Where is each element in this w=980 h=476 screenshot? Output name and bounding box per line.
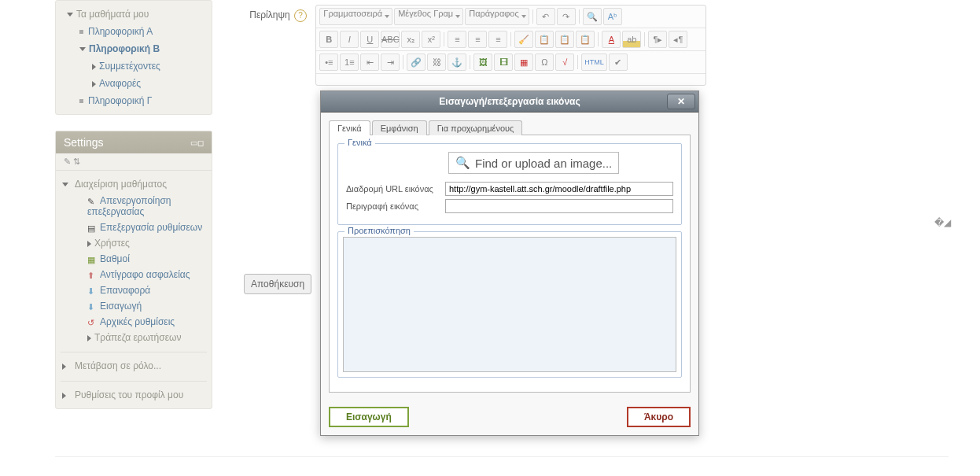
align-left-icon[interactable]: ≡: [448, 31, 466, 48]
record-icon[interactable]: ▦: [514, 54, 533, 71]
settings-edit-off[interactable]: ✎Απενεργοποίηση επεξεργασίας: [61, 193, 207, 220]
restore-icon: ⬇: [87, 286, 97, 296]
outdent-icon[interactable]: ⇤: [360, 54, 379, 71]
settings-extra-0: Μετάβαση σε ρόλο...: [75, 360, 161, 371]
settings-root[interactable]: Διαχείριση μαθήματος: [61, 175, 207, 193]
settings-toolbar[interactable]: ✎ ⇅: [56, 153, 212, 171]
dialog-title-bar[interactable]: Εισαγωγή/επεξεργασία εικόνας ✕: [321, 91, 698, 113]
settings-qbank[interactable]: Τράπεζα ερωτήσεων: [61, 330, 207, 345]
omega-icon[interactable]: Ω: [535, 54, 554, 71]
find-icon[interactable]: 🔍: [583, 8, 602, 25]
underline-icon[interactable]: U: [360, 31, 379, 48]
insert-button[interactable]: Εισαγωγή: [329, 407, 409, 427]
close-icon[interactable]: ✕: [667, 94, 695, 109]
desc-label: Περιγραφή εικόνας: [346, 201, 445, 211]
settings-collapse-icon[interactable]: ▭◻: [190, 138, 204, 147]
cancel-button[interactable]: Άκυρο: [627, 407, 691, 427]
tab-advanced[interactable]: Για προχωρημένους: [429, 120, 523, 135]
desc-input[interactable]: [445, 199, 673, 213]
settings-block: Settings ▭◻ ✎ ⇅ Διαχείριση μαθήματος ✎Απ…: [55, 131, 212, 409]
settings-item-6: Εισαγωγή: [100, 301, 142, 312]
nav-course-c-label: Πληροφορική Γ: [88, 95, 152, 106]
toolbar-font-select[interactable]: Γραμματοσειρά: [319, 8, 392, 25]
nav-reports-label: Αναφορές: [99, 78, 141, 89]
caret-down-icon: [62, 183, 68, 186]
settings-item-4: Αντίγραφο ασφαλείας: [100, 269, 190, 280]
clean-icon[interactable]: 🧹: [514, 31, 533, 48]
redo-icon[interactable]: ↷: [557, 8, 576, 25]
import-icon: ⬇: [87, 302, 97, 312]
indent-icon[interactable]: ⇥: [381, 54, 400, 71]
editor-content[interactable]: [316, 74, 706, 85]
align-right-icon[interactable]: ≡: [488, 31, 507, 48]
paste-icon[interactable]: 📋: [535, 31, 554, 48]
nav-course-b[interactable]: Πληροφορική Β: [59, 40, 208, 57]
find-upload-button[interactable]: 🔍 Find or upload an image...: [448, 152, 619, 174]
navigation-block: Τα μαθήματά μου Πληροφορική Α Πληροφορικ…: [55, 0, 212, 115]
bg-color-icon[interactable]: ab: [622, 31, 641, 48]
settings-reset[interactable]: ↺Αρχικές ρυθμίσεις: [61, 314, 207, 330]
url-input[interactable]: [445, 182, 673, 196]
backup-icon: ⬆: [87, 271, 97, 280]
rtl-icon[interactable]: ◂¶: [669, 31, 687, 48]
nav-participants[interactable]: Συμμετέχοντες: [59, 57, 208, 75]
edit-icon: ✎: [87, 197, 97, 206]
settings-restore[interactable]: ⬇Επαναφορά: [61, 282, 207, 298]
image-dialog: Εισαγωγή/επεξεργασία εικόνας ✕ Γενικά Εμ…: [320, 90, 699, 436]
settings-switch-role[interactable]: Μετάβαση σε ρόλο...: [61, 352, 207, 375]
settings-profile[interactable]: Ρυθμίσεις του προφίλ μου: [61, 381, 207, 404]
align-center-icon[interactable]: ≡: [468, 31, 487, 48]
nav-course-b-label: Πληροφορική Β: [89, 43, 160, 54]
rich-text-editor: Γραμματοσειρά Μέγεθος Γραμ Παράγραφος ↶ …: [315, 5, 706, 86]
text-color-icon[interactable]: A: [602, 31, 621, 48]
preview-pane[interactable]: [343, 237, 676, 372]
undo-icon[interactable]: ↶: [536, 8, 555, 25]
replace-icon[interactable]: Aᵇ: [603, 8, 622, 25]
superscript-icon[interactable]: x²: [422, 31, 440, 48]
nav-my-courses[interactable]: Τα μαθήματά μου: [59, 6, 208, 23]
ul-icon[interactable]: •≡: [319, 54, 338, 71]
bullet-icon: [79, 30, 83, 34]
settings-import[interactable]: ⬇Εισαγωγή: [61, 298, 207, 314]
ltr-icon[interactable]: ¶▸: [648, 31, 667, 48]
nav-participants-label: Συμμετέχοντες: [99, 61, 160, 72]
toolbar-size-select[interactable]: Μέγεθος Γραμ: [394, 8, 463, 25]
tab-appearance[interactable]: Εμφάνιση: [372, 120, 427, 135]
caret-right-icon: [92, 64, 96, 70]
resize-icon[interactable]: �◢: [934, 217, 949, 231]
caret-right-icon: [62, 393, 66, 399]
settings-edit-settings[interactable]: ▤Επεξεργασία ρυθμίσεων: [61, 220, 207, 235]
link-icon[interactable]: 🔗: [407, 54, 426, 71]
doc-icon: ▤: [87, 223, 97, 233]
caret-down-icon: [67, 13, 73, 17]
subscript-icon[interactable]: x₂: [401, 31, 420, 48]
settings-item-3: Βαθμοί: [100, 253, 130, 264]
unlink-icon[interactable]: ⛓: [427, 54, 446, 71]
grades-icon: ▦: [87, 255, 97, 264]
anchor-icon[interactable]: ⚓: [448, 54, 466, 71]
image-icon[interactable]: 🖼: [473, 54, 492, 71]
paste-word-icon[interactable]: 📋: [555, 31, 574, 48]
help-icon[interactable]: ?: [294, 9, 307, 22]
spell-icon[interactable]: ✔: [609, 54, 628, 71]
nav-reports[interactable]: Αναφορές: [59, 75, 208, 92]
paste-text-icon[interactable]: 📋: [576, 31, 595, 48]
settings-users[interactable]: Χρήστες: [61, 235, 207, 251]
media-icon[interactable]: 🎞: [494, 54, 513, 71]
nav-course-c[interactable]: Πληροφορική Γ: [59, 92, 208, 109]
settings-item-7: Αρχικές ρυθμίσεις: [100, 316, 175, 327]
legend-general: Γενικά: [344, 138, 375, 147]
italic-icon[interactable]: I: [340, 31, 359, 48]
ol-icon[interactable]: 1≡: [340, 54, 359, 71]
tab-general[interactable]: Γενικά: [329, 120, 370, 135]
toolbar-format-select[interactable]: Παράγραφος: [465, 8, 529, 25]
html-icon[interactable]: HTML: [581, 54, 607, 71]
settings-root-label: Διαχείριση μαθήματος: [75, 179, 167, 190]
bold-icon[interactable]: B: [319, 31, 338, 48]
save-button[interactable]: Αποθήκευση: [244, 274, 311, 294]
strike-icon[interactable]: ABC: [381, 31, 400, 48]
settings-grades[interactable]: ▦Βαθμοί: [61, 251, 207, 267]
nav-course-a[interactable]: Πληροφορική Α: [59, 23, 208, 40]
equation-icon[interactable]: √: [555, 54, 574, 71]
settings-backup[interactable]: ⬆Αντίγραφο ασφαλείας: [61, 267, 207, 282]
